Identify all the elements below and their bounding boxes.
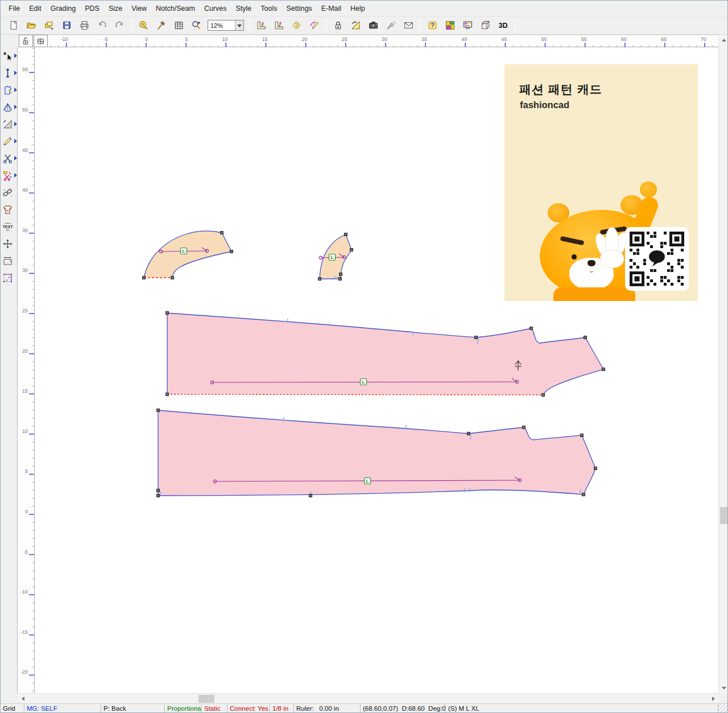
selection-handle[interactable] [340, 273, 342, 276]
zoom-button[interactable]: ± [189, 18, 204, 33]
flyout-arrow-icon [14, 88, 17, 92]
menu-item-grading[interactable]: Grading [46, 2, 80, 15]
measure-x-button[interactable]: x [254, 18, 269, 33]
selection-handle[interactable] [584, 336, 587, 339]
zoom-level-select[interactable]: 12% [208, 20, 244, 31]
selection-handle[interactable] [171, 277, 174, 279]
menu-item-help[interactable]: Help [346, 2, 370, 15]
selection-handle[interactable] [582, 493, 585, 496]
pattern-piece-collar-right[interactable]: L [318, 233, 353, 281]
undo-button[interactable] [94, 18, 110, 33]
move-tool[interactable] [1, 235, 18, 252]
scroll-left-button[interactable] [18, 694, 28, 704]
mirror-button[interactable] [289, 18, 304, 33]
grid-table-button[interactable] [171, 18, 187, 33]
menu-item-style[interactable]: Style [231, 2, 256, 15]
page-frame-button[interactable] [34, 35, 48, 47]
pattern-piece-front[interactable]: L [166, 312, 605, 397]
vertical-scroll-thumb[interactable] [720, 507, 728, 524]
menu-item-notch-seam[interactable]: Notch/Seam [151, 2, 200, 15]
drawing-canvas[interactable]: LLLL 패션 패턴 캐드 fashioncad [35, 47, 718, 693]
draw-pencil-tool[interactable] [1, 133, 18, 150]
help-button[interactable]: ? [425, 18, 440, 33]
selection-handle[interactable] [143, 277, 146, 279]
selection-handle[interactable] [602, 368, 605, 371]
selection-handle[interactable] [230, 250, 233, 253]
selection-handle[interactable] [530, 327, 533, 330]
scroll-up-button[interactable] [719, 35, 728, 45]
selection-handle[interactable] [221, 232, 224, 234]
selection-handle[interactable] [318, 278, 321, 281]
menu-item-size[interactable]: Size [104, 2, 127, 15]
horizontal-scrollbar[interactable] [18, 693, 718, 703]
selection-handle[interactable] [166, 312, 169, 315]
selection-handle[interactable] [475, 336, 478, 339]
selection-handle[interactable] [594, 467, 597, 470]
selection-handle[interactable] [345, 233, 348, 236]
menu-item-e-mail[interactable]: E-Mail [317, 2, 346, 15]
selection-handle[interactable] [157, 494, 160, 497]
measure-tape-button[interactable] [136, 18, 151, 33]
lock-button[interactable] [330, 18, 346, 33]
selection-handle[interactable] [309, 494, 312, 497]
pattern-3d-button[interactable] [478, 18, 493, 33]
new-button[interactable] [6, 18, 22, 33]
piece-status: P: Back [101, 704, 165, 713]
menu-item-edit[interactable]: Edit [24, 2, 46, 15]
link-tool[interactable] [1, 184, 18, 201]
zoom-dropdown-arrow[interactable] [235, 20, 243, 30]
menu-item-view[interactable]: View [127, 2, 151, 15]
folders-icon [44, 20, 55, 31]
selection-handle[interactable] [523, 426, 526, 429]
horizontal-scroll-thumb[interactable] [198, 695, 214, 703]
select-tool[interactable] [1, 47, 18, 64]
print-button[interactable] [77, 18, 92, 33]
redo-button[interactable] [112, 18, 127, 33]
set-square-button[interactable] [348, 18, 363, 33]
menu-item-settings[interactable]: Settings [282, 2, 316, 15]
measure-y-button[interactable]: y [271, 18, 287, 33]
scroll-right-button[interactable] [708, 694, 718, 704]
selection-handle[interactable] [157, 409, 160, 412]
garment-tool[interactable] [1, 201, 18, 218]
fashioncad-window: FileEditGradingPDSSizeViewNotch/SeamCurv… [0, 0, 728, 713]
selection-handle[interactable] [468, 432, 470, 435]
pattern-piece-tool[interactable] [1, 81, 18, 98]
hammer-tool-button[interactable] [154, 18, 169, 33]
corner-tool[interactable] [1, 116, 18, 133]
vertical-scrollbar[interactable] [718, 35, 728, 693]
menu-item-tools[interactable]: Tools [256, 2, 282, 15]
menu-item-pds[interactable]: PDS [80, 2, 104, 15]
selection-handle[interactable] [542, 394, 545, 397]
dart-fan-tool[interactable] [1, 98, 18, 116]
status-bar: GridMG: SELFP: BackProportionalStaticCon… [1, 703, 728, 713]
pattern-piece-collar-left[interactable]: L [143, 231, 233, 279]
layout-windows-button[interactable] [442, 18, 458, 33]
pattern-piece-back[interactable]: L [157, 409, 597, 497]
resize-grip[interactable] [718, 704, 728, 713]
point-line-tool[interactable] [1, 64, 18, 81]
selection-handle[interactable] [581, 434, 584, 437]
scroll-down-button[interactable] [719, 683, 728, 693]
selection-handle[interactable] [157, 489, 160, 492]
snapshot-button[interactable] [366, 18, 381, 33]
dimension-tool[interactable] [1, 252, 18, 269]
menu-item-file[interactable]: File [4, 2, 24, 15]
cut-scissors-tool[interactable] [1, 150, 18, 167]
selection-handle[interactable] [350, 249, 353, 252]
selection-handle[interactable] [339, 278, 342, 281]
view-3d-button[interactable]: 3D [495, 18, 511, 33]
selection-handle[interactable] [166, 393, 169, 396]
notch-tool[interactable] [1, 167, 18, 184]
email-button[interactable] [401, 18, 416, 33]
ruler-lock-button[interactable] [19, 35, 33, 47]
text-tool[interactable]: TEXT [1, 218, 18, 235]
airbrush-button[interactable] [383, 18, 399, 33]
rotate-flip-button[interactable] [307, 18, 322, 33]
import-pattern-button[interactable] [42, 18, 57, 33]
save-button[interactable] [59, 18, 75, 33]
open-button[interactable] [24, 18, 39, 33]
monitor-button[interactable] [460, 18, 475, 33]
menu-item-curves[interactable]: Curves [200, 2, 231, 15]
xy-box-tool[interactable]: xy [1, 269, 18, 286]
